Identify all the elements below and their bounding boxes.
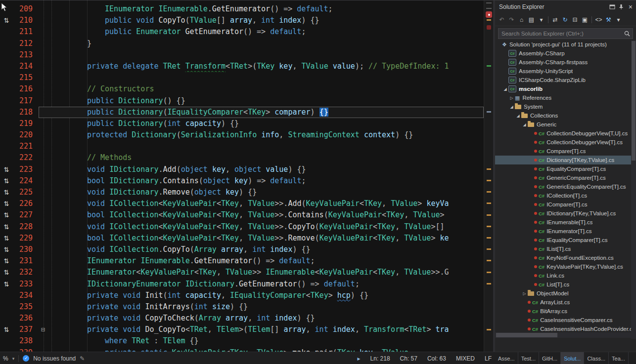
code-line[interactable]: 236private void CopyToCheck(Array array,… xyxy=(0,313,484,324)
reference-arrows-icon[interactable]: ⇅ xyxy=(0,164,13,175)
tree-item[interactable]: C#BitArray.cs xyxy=(495,307,636,316)
chevron-collapsed-icon[interactable]: ▷ xyxy=(509,96,514,100)
reference-arrows-icon[interactable]: ⇅ xyxy=(0,267,13,278)
tree-item[interactable]: C#IEqualityComparer[T].cs xyxy=(495,236,636,244)
reference-arrows-icon[interactable]: ⇅ xyxy=(0,324,13,335)
code-editor[interactable]: 209IEnumerator IEnumerable.GetEnumerator… xyxy=(0,0,484,352)
tree-item[interactable]: ◢C#mscorlib xyxy=(495,84,636,93)
navigate-back-icon[interactable]: ↶ xyxy=(497,16,506,24)
tree-item[interactable]: C#Assembly-CSharp-firstpass xyxy=(495,58,636,67)
code-line[interactable]: ⇅224bool IDictionary.Contains(object key… xyxy=(0,175,484,187)
toolbar-overflow-caret-icon[interactable]: ▾ xyxy=(614,16,623,24)
code-line[interactable]: 212} xyxy=(0,38,484,49)
tree-item[interactable]: C#CollectionDebuggerView[T].cs xyxy=(495,138,636,147)
line-number[interactable]: 218 xyxy=(13,107,39,118)
tree-item[interactable]: C#Assembly-UnityScript xyxy=(495,67,636,76)
code-line[interactable]: 239private static KeyValuePair<TKey, TVa… xyxy=(0,347,484,352)
line-number[interactable]: 239 xyxy=(13,347,39,352)
line-number[interactable]: 235 xyxy=(13,301,39,313)
split-grip-icon[interactable] xyxy=(486,2,492,9)
line-number[interactable]: 227 xyxy=(13,209,39,221)
line-number[interactable]: 214 xyxy=(13,61,39,72)
tree-item[interactable]: C#Assembly-CSharp xyxy=(495,49,636,58)
reference-arrows-icon[interactable]: ⇅ xyxy=(0,279,13,290)
reference-arrows-icon[interactable]: ⇅ xyxy=(0,198,13,209)
error-indicator-icon[interactable] xyxy=(486,11,492,18)
line-number[interactable]: 231 xyxy=(13,255,39,267)
pen-icon[interactable]: ✎ xyxy=(80,355,85,362)
line-number[interactable]: 222 xyxy=(13,152,39,163)
navigate-forward-icon[interactable]: ↷ xyxy=(507,16,516,24)
collapse-all-icon[interactable]: ⊟ xyxy=(570,16,580,24)
editor-scrollbar[interactable] xyxy=(484,0,494,352)
window-position-icon[interactable] xyxy=(609,4,615,10)
reference-arrows-icon[interactable]: ⇅ xyxy=(0,233,13,244)
reference-arrows-icon[interactable]: ⇅ xyxy=(0,209,13,221)
tree-item[interactable]: C#ICollection[T].cs xyxy=(495,191,636,200)
line-number[interactable]: 223 xyxy=(13,164,39,175)
tree-item[interactable]: C#List[T].cs xyxy=(495,280,636,289)
tree-item[interactable]: ◢System xyxy=(495,102,636,111)
close-icon[interactable]: × xyxy=(627,3,634,11)
tree-item[interactable]: ❖Solution 'project-gui' (11 of 11 projec… xyxy=(495,40,636,49)
search-input[interactable] xyxy=(499,31,624,37)
code-line[interactable]: ⇅225void IDictionary.Remove(object key) … xyxy=(0,187,484,198)
tree-item[interactable]: C#IList[T].cs xyxy=(495,244,636,253)
tree-item[interactable]: C#CaseInsensitiveHashCodeProvider.cs xyxy=(495,324,636,332)
bottom-tab[interactable]: Solut... xyxy=(561,352,584,364)
code-line[interactable]: ⇅233IDictionaryEnumerator IDictionary.Ge… xyxy=(0,279,484,290)
chevron-expanded-icon[interactable]: ◢ xyxy=(509,105,514,109)
line-number[interactable]: 211 xyxy=(13,26,39,38)
code-line[interactable]: 235private void InitArrays(int size) {} xyxy=(0,301,484,313)
tree-item[interactable]: C#Link.cs xyxy=(495,271,636,280)
tree-item[interactable]: C#ICSharpCode.SharpZipLib xyxy=(495,76,636,84)
sync-with-active-document-icon[interactable]: ⇄ xyxy=(550,16,560,24)
tree-item[interactable]: C#IEnumerator[T].cs xyxy=(495,227,636,236)
code-line[interactable]: ⇅230void ICollection.CopyTo(Array array,… xyxy=(0,244,484,255)
switch-views-caret-icon[interactable]: ▾ xyxy=(537,16,546,24)
line-number[interactable]: 220 xyxy=(13,129,39,141)
issues-status[interactable]: No issues found xyxy=(33,355,76,362)
tree-item[interactable]: C#KeyValuePair[TKey,TValue].cs xyxy=(495,262,636,271)
search-icon[interactable] xyxy=(624,30,631,37)
tree-item[interactable]: ▷▦References xyxy=(495,93,636,102)
code-line[interactable]: ⇅232IEnumerator<KeyValuePair<TKey, TValu… xyxy=(0,267,484,278)
chevron-expanded-icon[interactable]: ◢ xyxy=(522,122,527,127)
chevron-collapsed-icon[interactable]: ▷ xyxy=(522,291,527,296)
bottom-tab[interactable]: Tea... xyxy=(609,352,629,364)
line-number[interactable]: 209 xyxy=(13,3,39,15)
tree-item[interactable]: C#CollectionDebuggerView[T,U].cs xyxy=(495,129,636,138)
tree-item[interactable]: ◢Generic xyxy=(495,120,636,129)
line-number[interactable]: 213 xyxy=(13,49,39,61)
reference-arrows-icon[interactable]: ⇅ xyxy=(0,187,13,198)
code-line[interactable]: 234private void Init(int capacity, IEqua… xyxy=(0,290,484,301)
properties-icon[interactable]: ▣ xyxy=(580,16,590,24)
line-number[interactable]: 228 xyxy=(13,221,39,233)
bottom-tab[interactable]: GitH... xyxy=(539,352,561,364)
status-encoding[interactable]: MIXED xyxy=(456,355,475,362)
tree-vertical-scrollbar[interactable] xyxy=(631,40,636,339)
code-line[interactable]: 211public Enumerator GetEnumerator() => … xyxy=(0,26,484,38)
switch-views-icon[interactable]: ▤ xyxy=(527,16,536,24)
line-number[interactable]: 225 xyxy=(13,187,39,198)
tree-item[interactable]: C#EqualityComparer[T].cs xyxy=(495,164,636,173)
bottom-tab[interactable]: Asse... xyxy=(495,352,518,364)
code-line[interactable]: 219public Dictionary(int capacity) {} xyxy=(0,118,484,129)
chevron-expanded-icon[interactable]: ◢ xyxy=(502,87,508,91)
line-number[interactable]: 217 xyxy=(13,95,39,107)
tree-item[interactable]: C#CaseInsensitiveComparer.cs xyxy=(495,316,636,324)
code-line[interactable]: 218public Dictionary(IEqualityComparer<T… xyxy=(0,107,484,118)
zoom-caret-icon[interactable]: ▾ xyxy=(12,356,15,361)
tree-item[interactable]: C#GenericEqualityComparer[T].cs xyxy=(495,182,636,191)
code-line[interactable]: 221 xyxy=(0,141,484,152)
line-number[interactable]: 237 xyxy=(13,324,39,335)
code-line[interactable]: 220protected Dictionary(SerializationInf… xyxy=(0,129,484,141)
bottom-tab[interactable]: Test... xyxy=(518,352,539,364)
line-number[interactable]: 226 xyxy=(13,198,39,209)
code-line[interactable]: ⇅223void IDictionary.Add(object key, obj… xyxy=(0,164,484,175)
status-column[interactable]: Col: 63 xyxy=(427,355,446,362)
tree-item[interactable]: C#Comparer[T].cs xyxy=(495,147,636,156)
code-line[interactable]: 217public Dictionary() {} xyxy=(0,95,484,107)
tree-item[interactable]: C#IEnumerable[T].cs xyxy=(495,218,636,227)
line-number[interactable]: 219 xyxy=(13,118,39,129)
